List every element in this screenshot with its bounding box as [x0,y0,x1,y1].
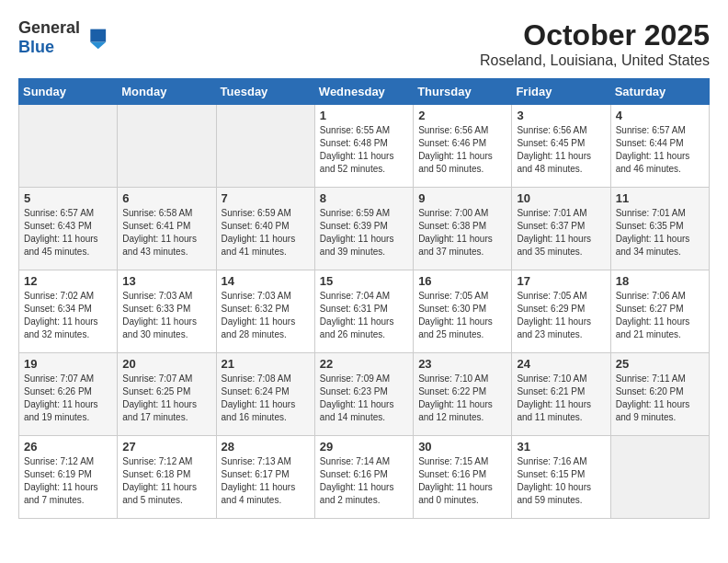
calendar-cell: 4Sunrise: 6:57 AM Sunset: 6:44 PM Daylig… [610,105,709,188]
calendar-cell: 5Sunrise: 6:57 AM Sunset: 6:43 PM Daylig… [19,188,118,270]
month-title: October 2025 [480,18,710,52]
day-number: 8 [320,191,408,205]
calendar-cell: 16Sunrise: 7:05 AM Sunset: 6:30 PM Dayli… [414,270,512,353]
weekday-header-monday: Monday [118,79,216,105]
day-info: Sunrise: 6:55 AM Sunset: 6:48 PM Dayligh… [320,124,408,176]
weekday-header-friday: Friday [512,79,610,105]
day-info: Sunrise: 7:16 AM Sunset: 6:15 PM Dayligh… [517,455,605,507]
calendar-cell: 23Sunrise: 7:10 AM Sunset: 6:22 PM Dayli… [414,353,512,436]
logo-text: General Blue [18,18,80,57]
calendar-cell: 25Sunrise: 7:11 AM Sunset: 6:20 PM Dayli… [610,353,709,436]
calendar-cell [118,105,216,188]
calendar-cell: 7Sunrise: 6:59 AM Sunset: 6:40 PM Daylig… [216,188,314,270]
day-number: 30 [418,440,506,454]
calendar-cell: 1Sunrise: 6:55 AM Sunset: 6:48 PM Daylig… [314,105,413,188]
day-info: Sunrise: 7:01 AM Sunset: 6:37 PM Dayligh… [517,207,605,259]
calendar-cell: 10Sunrise: 7:01 AM Sunset: 6:37 PM Dayli… [512,188,610,270]
day-info: Sunrise: 7:07 AM Sunset: 6:25 PM Dayligh… [122,373,210,424]
day-info: Sunrise: 7:03 AM Sunset: 6:32 PM Dayligh… [222,290,310,341]
weekday-header-saturday: Saturday [610,79,709,105]
calendar-cell: 17Sunrise: 7:05 AM Sunset: 6:29 PM Dayli… [512,270,610,353]
day-info: Sunrise: 7:13 AM Sunset: 6:17 PM Dayligh… [222,455,310,507]
calendar-week-row: 19Sunrise: 7:07 AM Sunset: 6:26 PM Dayli… [19,353,710,436]
weekday-header-wednesday: Wednesday [314,79,413,105]
svg-marker-1 [90,42,106,49]
day-number: 6 [122,191,210,205]
calendar-cell [610,436,709,519]
calendar-week-row: 12Sunrise: 7:02 AM Sunset: 6:34 PM Dayli… [19,270,710,353]
day-number: 9 [418,191,506,205]
calendar-cell [216,105,314,188]
logo: General Blue [18,18,108,57]
day-info: Sunrise: 7:08 AM Sunset: 6:24 PM Dayligh… [222,373,310,424]
title-section: October 2025 Roseland, Louisiana, United… [480,18,710,69]
location-title: Roseland, Louisiana, United States [480,52,710,69]
calendar-cell: 22Sunrise: 7:09 AM Sunset: 6:23 PM Dayli… [314,353,413,436]
day-info: Sunrise: 6:59 AM Sunset: 6:39 PM Dayligh… [320,207,408,259]
day-info: Sunrise: 7:15 AM Sunset: 6:16 PM Dayligh… [418,455,506,507]
calendar-cell: 26Sunrise: 7:12 AM Sunset: 6:19 PM Dayli… [19,436,118,519]
logo-general: General [18,18,80,37]
calendar-cell: 6Sunrise: 6:58 AM Sunset: 6:41 PM Daylig… [118,188,216,270]
day-number: 3 [517,109,605,122]
calendar-cell: 13Sunrise: 7:03 AM Sunset: 6:33 PM Dayli… [118,270,216,353]
calendar-cell: 21Sunrise: 7:08 AM Sunset: 6:24 PM Dayli… [216,353,314,436]
calendar-cell: 18Sunrise: 7:06 AM Sunset: 6:27 PM Dayli… [610,270,709,353]
day-number: 28 [222,440,310,454]
day-number: 24 [517,357,605,371]
logo-icon [82,25,108,51]
calendar-cell: 31Sunrise: 7:16 AM Sunset: 6:15 PM Dayli… [512,436,610,519]
weekday-header-tuesday: Tuesday [216,79,314,105]
calendar-cell: 14Sunrise: 7:03 AM Sunset: 6:32 PM Dayli… [216,270,314,353]
calendar-cell: 20Sunrise: 7:07 AM Sunset: 6:25 PM Dayli… [118,353,216,436]
day-number: 13 [122,274,210,288]
day-number: 15 [320,274,408,288]
day-info: Sunrise: 7:01 AM Sunset: 6:35 PM Dayligh… [616,207,704,259]
day-number: 21 [222,357,310,371]
calendar-week-row: 26Sunrise: 7:12 AM Sunset: 6:19 PM Dayli… [19,436,710,519]
day-info: Sunrise: 7:12 AM Sunset: 6:19 PM Dayligh… [24,455,112,507]
day-number: 11 [616,191,704,205]
day-number: 20 [122,357,210,371]
day-number: 19 [24,357,112,371]
svg-marker-0 [90,29,106,42]
weekday-header-thursday: Thursday [414,79,512,105]
day-info: Sunrise: 7:02 AM Sunset: 6:34 PM Dayligh… [24,290,112,341]
day-number: 22 [320,357,408,371]
day-info: Sunrise: 6:57 AM Sunset: 6:43 PM Dayligh… [24,207,112,259]
calendar-cell: 29Sunrise: 7:14 AM Sunset: 6:16 PM Dayli… [314,436,413,519]
day-number: 10 [517,191,605,205]
day-info: Sunrise: 7:00 AM Sunset: 6:38 PM Dayligh… [418,207,506,259]
day-number: 18 [616,274,704,288]
calendar-cell: 2Sunrise: 6:56 AM Sunset: 6:46 PM Daylig… [414,105,512,188]
weekday-header-row: SundayMondayTuesdayWednesdayThursdayFrid… [19,79,710,105]
day-info: Sunrise: 7:10 AM Sunset: 6:21 PM Dayligh… [517,373,605,424]
calendar-week-row: 1Sunrise: 6:55 AM Sunset: 6:48 PM Daylig… [19,105,710,188]
calendar-week-row: 5Sunrise: 6:57 AM Sunset: 6:43 PM Daylig… [19,188,710,270]
day-info: Sunrise: 7:03 AM Sunset: 6:33 PM Dayligh… [122,290,210,341]
day-number: 5 [24,191,112,205]
day-info: Sunrise: 6:56 AM Sunset: 6:46 PM Dayligh… [418,124,506,176]
calendar-cell: 12Sunrise: 7:02 AM Sunset: 6:34 PM Dayli… [19,270,118,353]
weekday-header-sunday: Sunday [19,79,118,105]
calendar-cell: 3Sunrise: 6:56 AM Sunset: 6:45 PM Daylig… [512,105,610,188]
calendar-cell: 30Sunrise: 7:15 AM Sunset: 6:16 PM Dayli… [414,436,512,519]
day-number: 1 [320,109,408,122]
day-number: 26 [24,440,112,454]
calendar-cell: 8Sunrise: 6:59 AM Sunset: 6:39 PM Daylig… [314,188,413,270]
day-number: 27 [122,440,210,454]
day-number: 7 [222,191,310,205]
day-info: Sunrise: 7:04 AM Sunset: 6:31 PM Dayligh… [320,290,408,341]
calendar-cell: 11Sunrise: 7:01 AM Sunset: 6:35 PM Dayli… [610,188,709,270]
calendar-cell: 15Sunrise: 7:04 AM Sunset: 6:31 PM Dayli… [314,270,413,353]
calendar-cell [19,105,118,188]
day-info: Sunrise: 7:12 AM Sunset: 6:18 PM Dayligh… [122,455,210,507]
day-number: 4 [616,109,704,122]
day-number: 25 [616,357,704,371]
day-number: 29 [320,440,408,454]
day-number: 14 [222,274,310,288]
day-number: 2 [418,109,506,122]
day-info: Sunrise: 7:05 AM Sunset: 6:30 PM Dayligh… [418,290,506,341]
day-number: 12 [24,274,112,288]
calendar-cell: 24Sunrise: 7:10 AM Sunset: 6:21 PM Dayli… [512,353,610,436]
